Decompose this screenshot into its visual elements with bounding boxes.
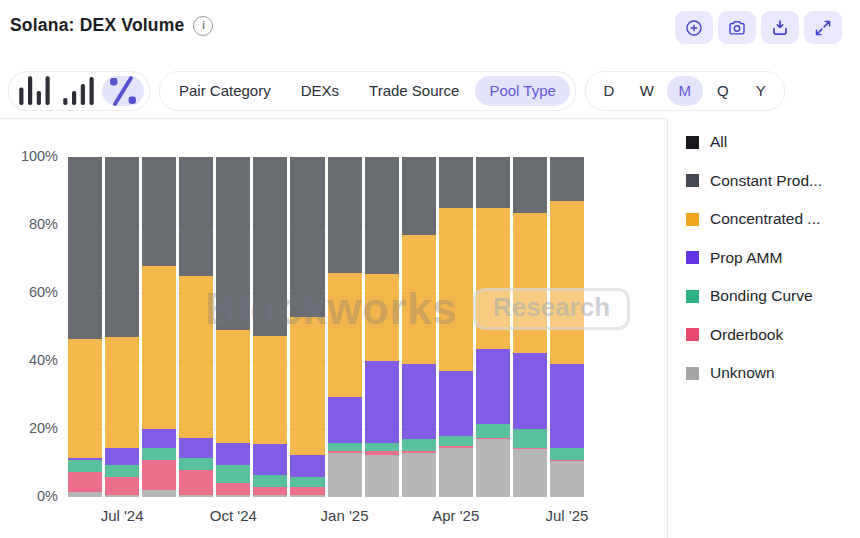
legend-item-bonding-curve[interactable]: Bonding Curve xyxy=(686,277,860,316)
screenshot-button[interactable] xyxy=(718,11,756,44)
segment-bonding-curve[interactable] xyxy=(253,475,287,487)
bar-apr-25[interactable] xyxy=(439,157,473,497)
segment-constant-prod[interactable] xyxy=(402,157,436,235)
legend-item-all[interactable]: All xyxy=(686,123,860,162)
segment-bonding-curve[interactable] xyxy=(476,424,510,438)
segment-orderbook[interactable] xyxy=(179,470,213,496)
segment-bonding-curve[interactable] xyxy=(439,436,473,446)
segment-bonding-curve[interactable] xyxy=(68,460,102,472)
segment-bonding-curve[interactable] xyxy=(365,443,399,452)
segment-bonding-curve[interactable] xyxy=(328,443,362,452)
legend-item-concentrated[interactable]: Concentrated ... xyxy=(686,200,860,239)
percent-chart-type-button[interactable] xyxy=(102,76,144,106)
segment-unknown[interactable] xyxy=(179,495,213,497)
segment-concentrated[interactable] xyxy=(513,213,547,352)
segment-prop-amm[interactable] xyxy=(216,443,250,465)
segment-unknown[interactable] xyxy=(550,461,584,497)
segment-bonding-curve[interactable] xyxy=(142,448,176,460)
legend-item-constant-prod[interactable]: Constant Prod... xyxy=(686,162,860,201)
segment-bonding-curve[interactable] xyxy=(216,465,250,484)
segment-concentrated[interactable] xyxy=(476,208,510,349)
segment-unknown[interactable] xyxy=(365,455,399,498)
segment-unknown[interactable] xyxy=(328,453,362,497)
segment-constant-prod[interactable] xyxy=(550,157,584,201)
segment-orderbook[interactable] xyxy=(68,472,102,492)
segment-bonding-curve[interactable] xyxy=(550,448,584,460)
segment-concentrated[interactable] xyxy=(179,276,213,438)
bar-mar-25[interactable] xyxy=(402,157,436,497)
tab-pool-type[interactable]: Pool Type xyxy=(475,76,569,106)
segment-orderbook[interactable] xyxy=(216,483,250,495)
bar-oct-24[interactable] xyxy=(216,157,250,497)
segment-prop-amm[interactable] xyxy=(179,438,213,458)
segment-constant-prod[interactable] xyxy=(290,157,324,317)
segment-unknown[interactable] xyxy=(68,492,102,497)
segment-orderbook[interactable] xyxy=(142,460,176,491)
period-q[interactable]: Q xyxy=(705,76,741,106)
segment-bonding-curve[interactable] xyxy=(402,439,436,451)
segment-concentrated[interactable] xyxy=(402,235,436,364)
segment-bonding-curve[interactable] xyxy=(105,465,139,477)
bar-jun-24[interactable] xyxy=(68,157,102,497)
segment-prop-amm[interactable] xyxy=(439,371,473,436)
tab-dexs[interactable]: DEXs xyxy=(287,76,353,106)
bar-chart-type-button[interactable] xyxy=(14,76,56,106)
segment-concentrated[interactable] xyxy=(142,266,176,429)
sorted-bar-chart-type-button[interactable] xyxy=(58,76,100,106)
segment-constant-prod[interactable] xyxy=(105,157,139,337)
segment-unknown[interactable] xyxy=(105,495,139,497)
segment-constant-prod[interactable] xyxy=(513,157,547,213)
segment-constant-prod[interactable] xyxy=(365,157,399,274)
segment-concentrated[interactable] xyxy=(328,273,362,397)
export-button[interactable] xyxy=(761,11,799,44)
segment-orderbook[interactable] xyxy=(253,487,287,496)
segment-constant-prod[interactable] xyxy=(179,157,213,276)
segment-prop-amm[interactable] xyxy=(550,364,584,447)
bar-jun-25[interactable] xyxy=(513,157,547,497)
segment-concentrated[interactable] xyxy=(365,274,399,361)
segment-bonding-curve[interactable] xyxy=(290,477,324,487)
segment-unknown[interactable] xyxy=(439,448,473,497)
segment-constant-prod[interactable] xyxy=(328,157,362,273)
legend-item-prop-amm[interactable]: Prop AMM xyxy=(686,239,860,278)
bar-dec-24[interactable] xyxy=(290,157,324,497)
segment-prop-amm[interactable] xyxy=(402,364,436,439)
segment-constant-prod[interactable] xyxy=(439,157,473,208)
bar-jul-24[interactable] xyxy=(105,157,139,497)
segment-constant-prod[interactable] xyxy=(68,157,102,339)
info-icon[interactable]: i xyxy=(193,16,213,36)
period-y[interactable]: Y xyxy=(743,76,779,106)
segment-unknown[interactable] xyxy=(290,495,324,497)
segment-prop-amm[interactable] xyxy=(290,455,324,477)
segment-prop-amm[interactable] xyxy=(476,349,510,424)
segment-prop-amm[interactable] xyxy=(328,397,362,443)
segment-concentrated[interactable] xyxy=(216,330,250,442)
segment-unknown[interactable] xyxy=(216,495,250,497)
bar-jan-25[interactable] xyxy=(328,157,362,497)
segment-constant-prod[interactable] xyxy=(142,157,176,266)
segment-orderbook[interactable] xyxy=(105,477,139,496)
segment-unknown[interactable] xyxy=(402,453,436,497)
bar-feb-25[interactable] xyxy=(365,157,399,497)
segment-unknown[interactable] xyxy=(513,449,547,497)
segment-constant-prod[interactable] xyxy=(216,157,250,330)
segment-unknown[interactable] xyxy=(476,439,510,497)
period-m[interactable]: M xyxy=(667,76,703,106)
segment-prop-amm[interactable] xyxy=(365,361,399,443)
segment-concentrated[interactable] xyxy=(105,337,139,448)
segment-prop-amm[interactable] xyxy=(142,429,176,448)
tab-trade-source[interactable]: Trade Source xyxy=(355,76,473,106)
segment-prop-amm[interactable] xyxy=(105,448,139,465)
legend-item-orderbook[interactable]: Orderbook xyxy=(686,316,860,355)
segment-constant-prod[interactable] xyxy=(253,157,287,336)
bar-may-25[interactable] xyxy=(476,157,510,497)
segment-unknown[interactable] xyxy=(142,490,176,497)
segment-constant-prod[interactable] xyxy=(476,157,510,208)
segment-concentrated[interactable] xyxy=(253,336,287,445)
period-w[interactable]: W xyxy=(629,76,665,106)
segment-concentrated[interactable] xyxy=(290,317,324,455)
segment-prop-amm[interactable] xyxy=(513,353,547,430)
bar-aug-24[interactable] xyxy=(142,157,176,497)
zoom-in-button[interactable] xyxy=(675,11,713,44)
period-d[interactable]: D xyxy=(591,76,627,106)
